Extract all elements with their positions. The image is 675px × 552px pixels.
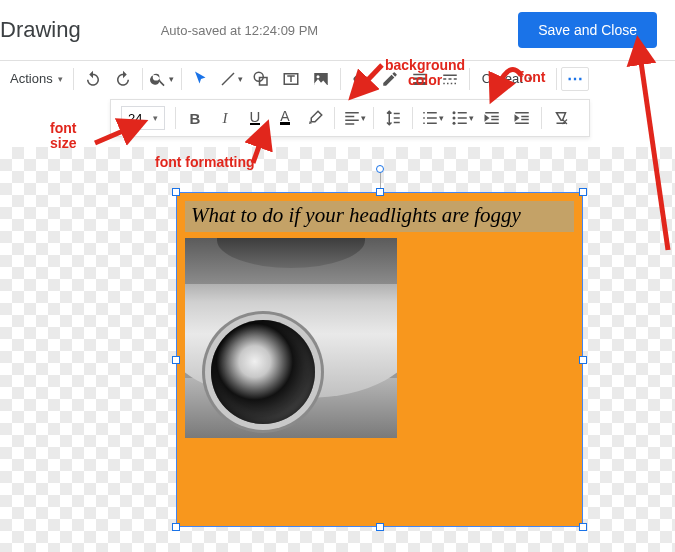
numbered-list-button[interactable]: ▾ — [417, 103, 447, 133]
svg-point-10 — [452, 111, 455, 114]
svg-point-5 — [363, 80, 367, 84]
drawing-canvas[interactable]: What to do if your headlights are foggy — [0, 147, 675, 552]
dialog-title: Drawing — [0, 17, 81, 43]
separator — [334, 107, 335, 129]
headline-textbox[interactable]: What to do if your headlights are foggy — [185, 201, 574, 232]
resize-handle-se[interactable] — [579, 523, 587, 531]
text-color-button[interactable]: A — [270, 103, 300, 133]
redo-button[interactable] — [108, 64, 138, 94]
italic-button[interactable]: I — [210, 103, 240, 133]
separator — [541, 107, 542, 129]
font-family-select[interactable]: Caveat — [474, 67, 552, 90]
border-color-button[interactable] — [375, 64, 405, 94]
resize-handle-ne[interactable] — [579, 188, 587, 196]
save-and-close-button[interactable]: Save and Close — [518, 12, 657, 48]
separator — [412, 107, 413, 129]
text-format-toolbar: 24 B I U A ▾ ▾ ▾ — [110, 99, 590, 137]
autosave-status: Auto-saved at 12:24:09 PM — [161, 23, 319, 38]
bulleted-list-button[interactable]: ▾ — [447, 103, 477, 133]
increase-indent-button[interactable] — [507, 103, 537, 133]
textbox-tool[interactable] — [276, 64, 306, 94]
clear-formatting-button[interactable] — [546, 103, 576, 133]
selected-shape[interactable]: What to do if your headlights are foggy — [176, 192, 583, 527]
font-size-input[interactable]: 24 — [121, 106, 165, 130]
line-spacing-button[interactable] — [378, 103, 408, 133]
svg-rect-8 — [413, 82, 427, 85]
separator — [73, 68, 74, 90]
separator — [373, 107, 374, 129]
svg-point-12 — [452, 122, 455, 125]
svg-point-11 — [452, 117, 455, 120]
decrease-indent-button[interactable] — [477, 103, 507, 133]
rotation-handle[interactable] — [376, 165, 384, 173]
line-tool[interactable]: ▾ — [216, 64, 246, 94]
bold-button[interactable]: B — [180, 103, 210, 133]
resize-handle-sw[interactable] — [172, 523, 180, 531]
image-tool[interactable] — [306, 64, 336, 94]
svg-point-4 — [316, 75, 319, 78]
svg-rect-6 — [413, 73, 427, 75]
separator — [142, 68, 143, 90]
actions-menu[interactable]: Actions — [4, 67, 69, 90]
resize-handle-s[interactable] — [376, 523, 384, 531]
fill-color-button[interactable] — [345, 64, 375, 94]
separator — [181, 68, 182, 90]
separator — [340, 68, 341, 90]
shape-tool[interactable] — [246, 64, 276, 94]
resize-handle-nw[interactable] — [172, 188, 180, 196]
underline-button[interactable]: U — [240, 103, 270, 133]
separator — [469, 68, 470, 90]
resize-handle-n[interactable] — [376, 188, 384, 196]
resize-handle-e[interactable] — [579, 356, 587, 364]
svg-rect-9 — [443, 74, 457, 76]
align-button[interactable]: ▾ — [339, 103, 369, 133]
embedded-image[interactable] — [185, 238, 397, 438]
undo-button[interactable] — [78, 64, 108, 94]
separator — [175, 107, 176, 129]
resize-handle-w[interactable] — [172, 356, 180, 364]
dialog-header: Drawing Auto-saved at 12:24:09 PM Save a… — [0, 0, 675, 60]
select-tool[interactable] — [186, 64, 216, 94]
separator — [556, 68, 557, 90]
zoom-button[interactable]: ▾ — [147, 64, 177, 94]
primary-toolbar: Actions ▾ ▾ Caveat ⋯ — [0, 60, 675, 96]
more-tools-button[interactable]: ⋯ — [561, 67, 589, 91]
highlight-color-button[interactable] — [300, 103, 330, 133]
border-dash-button[interactable] — [435, 64, 465, 94]
border-weight-button[interactable] — [405, 64, 435, 94]
svg-rect-7 — [413, 77, 427, 79]
